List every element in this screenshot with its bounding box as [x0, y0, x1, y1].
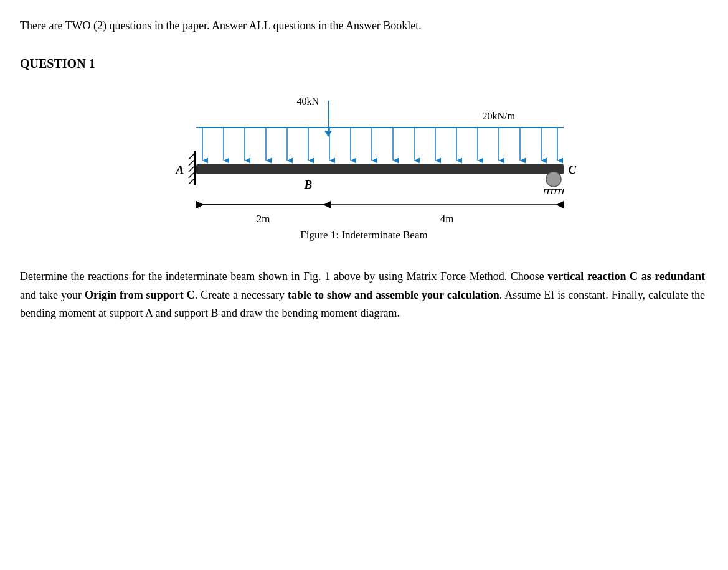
body-text-2: and take your	[20, 289, 85, 301]
svg-line-26	[544, 189, 545, 194]
diagram-area: 40kN 20kN/m	[140, 96, 589, 227]
question-title: QUESTION 1	[20, 57, 708, 71]
udl-arrows-svg	[196, 127, 564, 166]
svg-marker-34	[556, 201, 564, 208]
dim-label-2m: 2m	[196, 213, 331, 225]
label-c: C	[569, 163, 577, 177]
label-20knm: 20kN/m	[483, 111, 515, 122]
body-text-3: . Create a necessary	[195, 289, 288, 301]
dim-label-4m: 4m	[331, 213, 564, 225]
label-b: B	[305, 178, 313, 192]
svg-line-29	[555, 189, 556, 194]
svg-marker-36	[196, 201, 204, 208]
svg-line-30	[559, 189, 560, 194]
svg-line-31	[562, 189, 564, 194]
body-text-1: Determine the reactions for the indeterm…	[20, 270, 547, 283]
body-bold-1: vertical reaction C as redundant	[547, 270, 705, 283]
svg-marker-37	[323, 201, 331, 208]
svg-point-24	[546, 172, 561, 187]
svg-line-27	[547, 189, 549, 194]
beam	[196, 164, 564, 174]
body-text: Determine the reactions for the indeterm…	[20, 268, 705, 323]
support-c-roller	[544, 172, 566, 199]
figure-caption: Figure 1: Indeterminate Beam	[300, 229, 427, 241]
intro-text: There are TWO (2) questions in the paper…	[20, 17, 705, 34]
body-bold-2: Origin from support C	[85, 289, 195, 301]
label-a: A	[176, 163, 184, 177]
body-bold-3: table to show and assemble your calculat…	[288, 289, 499, 301]
dim-line-2m	[196, 198, 331, 212]
diagram-container: 40kN 20kN/m	[20, 96, 708, 256]
label-40kn: 40kN	[297, 96, 319, 107]
svg-line-28	[551, 189, 552, 194]
